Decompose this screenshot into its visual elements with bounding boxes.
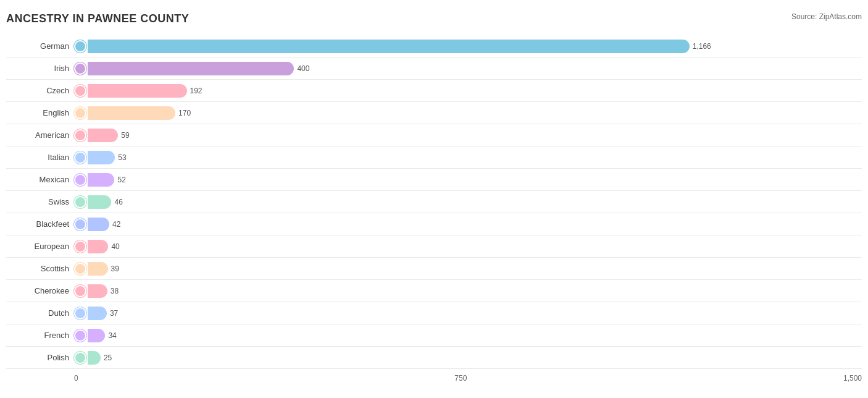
bar-value-label: 34	[108, 331, 116, 340]
bar-row: American59	[6, 124, 862, 146]
bar-row: Mexican52	[6, 169, 862, 191]
bar-row: Czech192	[6, 80, 862, 102]
bar-circle-icon	[74, 307, 86, 320]
bar: 1,166	[88, 40, 690, 53]
bar-label: Blackfeet	[6, 219, 74, 229]
bar-circle-icon	[74, 62, 86, 75]
bar-label: American	[6, 130, 74, 140]
bar-container: 1,166	[74, 39, 862, 54]
bar-circle-icon	[74, 85, 86, 97]
bar-value-label: 400	[297, 64, 309, 73]
bar: 46	[88, 195, 111, 209]
bar-container: 52	[74, 172, 862, 187]
bar-value-label: 46	[114, 198, 122, 206]
bar: 192	[88, 84, 187, 98]
bar-label: European	[6, 242, 74, 251]
bar: 34	[88, 329, 105, 342]
chart-title: ANCESTRY IN PAWNEE COUNTY	[6, 12, 189, 25]
bar: 42	[88, 218, 109, 231]
bar-circle-icon	[74, 285, 86, 297]
bar-value-label: 40	[111, 242, 119, 251]
bar: 39	[88, 262, 108, 276]
bar-container: 34	[74, 328, 862, 343]
bar-label: Dutch	[6, 308, 74, 318]
bar-circle-icon	[74, 174, 86, 186]
bar-label: Czech	[6, 86, 74, 95]
bar-circle-icon	[74, 40, 86, 53]
bar: 52	[88, 173, 114, 187]
bar-label: Italian	[6, 153, 74, 162]
bar: 400	[88, 62, 294, 75]
bar-row: German1,166	[6, 35, 862, 57]
x-axis-tick: 1,500	[843, 374, 862, 383]
bar-value-label: 39	[111, 265, 119, 273]
bar-container: 39	[74, 261, 862, 276]
chart-area: German1,166Irish400Czech192English170Ame…	[6, 35, 862, 383]
bar: 25	[88, 351, 101, 365]
bar-row: Cherokee38	[6, 280, 862, 302]
bar-container: 59	[74, 128, 862, 143]
bar-label: Mexican	[6, 175, 74, 184]
bar-row: Dutch37	[6, 302, 862, 324]
bar: 40	[88, 240, 108, 253]
bar-container: 170	[74, 106, 862, 121]
bar-container: 40	[74, 239, 862, 254]
bar-container: 192	[74, 83, 862, 98]
bar-label: Polish	[6, 353, 74, 362]
bar-circle-icon	[74, 352, 86, 364]
bar-row: Irish400	[6, 57, 862, 80]
bar-container: 53	[74, 150, 862, 165]
bar: 170	[88, 106, 175, 120]
bar-row: Scottish39	[6, 258, 862, 280]
bar-label: French	[6, 331, 74, 340]
bar-container: 42	[74, 217, 862, 232]
bar-container: 38	[74, 284, 862, 298]
bar-label: Irish	[6, 64, 74, 73]
bar-value-label: 1,166	[693, 42, 711, 51]
bar-value-label: 37	[110, 309, 118, 318]
bar-value-label: 192	[190, 87, 202, 95]
bar-label: Swiss	[6, 197, 74, 206]
bar-value-label: 53	[118, 153, 126, 162]
x-axis-tick: 750	[454, 374, 467, 383]
bar-label: English	[6, 108, 74, 117]
bar-circle-icon	[74, 129, 86, 142]
bar-container: 25	[74, 350, 862, 365]
bar: 37	[88, 307, 107, 320]
bar: 38	[88, 284, 107, 298]
x-axis-tick: 0	[74, 374, 78, 383]
bar-row: French34	[6, 324, 862, 347]
bar-value-label: 38	[111, 287, 119, 295]
bar-circle-icon	[74, 263, 86, 275]
bar-value-label: 170	[178, 109, 191, 117]
bar-label: German	[6, 41, 74, 51]
bar-circle-icon	[74, 151, 86, 164]
bar-row: Swiss46	[6, 191, 862, 213]
bar-container: 46	[74, 195, 862, 210]
bar-value-label: 42	[112, 220, 120, 229]
bar: 53	[88, 151, 115, 164]
bar-row: European40	[6, 235, 862, 258]
bar: 59	[88, 129, 118, 142]
bar-container: 37	[74, 306, 862, 321]
bar-row: Polish25	[6, 347, 862, 369]
bar-label: Scottish	[6, 264, 74, 273]
bar-circle-icon	[74, 107, 86, 119]
bar-container: 400	[74, 61, 862, 76]
bar-row: Italian53	[6, 146, 862, 169]
bar-row: Blackfeet42	[6, 213, 862, 235]
bar-circle-icon	[74, 240, 86, 253]
bar-label: Cherokee	[6, 286, 74, 295]
bar-row: English170	[6, 102, 862, 124]
bar-circle-icon	[74, 196, 86, 208]
bar-circle-icon	[74, 329, 86, 342]
bar-value-label: 52	[117, 176, 125, 184]
bar-value-label: 25	[104, 354, 112, 362]
chart-source: Source: ZipAtlas.com	[791, 12, 862, 21]
bar-circle-icon	[74, 218, 86, 231]
bar-value-label: 59	[121, 131, 129, 140]
